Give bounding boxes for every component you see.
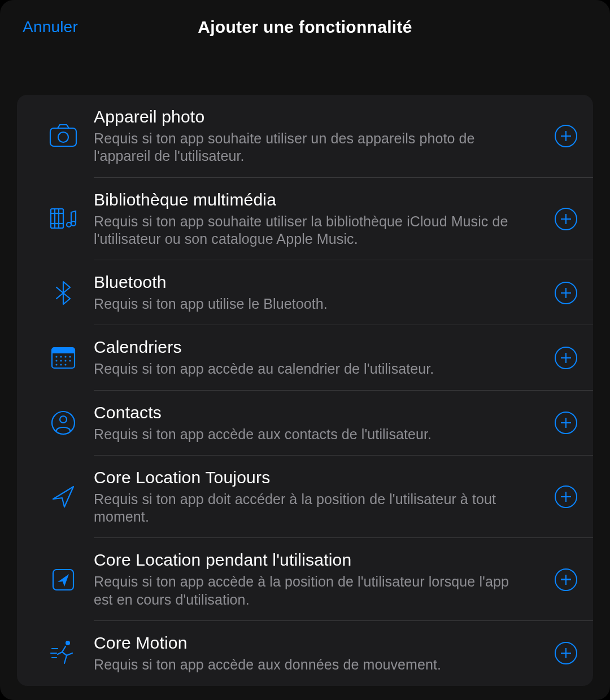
list-item[interactable]: Contacts Requis si ton app accède aux co… bbox=[17, 391, 593, 456]
camera-icon bbox=[25, 121, 94, 151]
svg-point-18 bbox=[64, 360, 66, 361]
media-library-icon bbox=[25, 204, 94, 234]
calendar-icon bbox=[25, 343, 94, 373]
svg-rect-2 bbox=[51, 209, 63, 228]
svg-point-13 bbox=[60, 356, 62, 357]
svg-point-17 bbox=[60, 360, 62, 361]
item-description: Requis si ton app souhaite utiliser un d… bbox=[94, 130, 523, 165]
svg-point-26 bbox=[66, 641, 70, 645]
svg-point-14 bbox=[64, 356, 66, 357]
svg-point-22 bbox=[64, 364, 66, 365]
item-title: Core Motion bbox=[94, 633, 544, 653]
item-title: Core Location pendant l'utilisation bbox=[94, 550, 544, 570]
location-box-icon bbox=[25, 565, 94, 594]
add-button[interactable] bbox=[555, 282, 577, 304]
item-description: Requis si ton app accède au calendrier d… bbox=[94, 360, 523, 378]
list-item[interactable]: Bluetooth Requis si ton app utilise le B… bbox=[17, 260, 593, 325]
list-item[interactable]: Core Location pendant l'utilisation Requ… bbox=[17, 538, 593, 621]
svg-point-24 bbox=[60, 416, 67, 423]
cancel-button[interactable]: Annuler bbox=[23, 18, 78, 36]
add-button[interactable] bbox=[555, 412, 577, 434]
svg-rect-0 bbox=[50, 128, 76, 146]
bluetooth-icon bbox=[25, 278, 94, 308]
modal-header: Annuler Ajouter une fonctionnalité bbox=[0, 10, 610, 44]
page-title: Ajouter une fonctionnalité bbox=[198, 18, 412, 37]
svg-point-1 bbox=[58, 132, 68, 142]
location-arrow-icon bbox=[25, 482, 94, 511]
motion-icon bbox=[25, 638, 94, 668]
item-description: Requis si ton app souhaite utiliser la b… bbox=[94, 213, 523, 248]
item-title: Contacts bbox=[94, 403, 544, 422]
svg-point-12 bbox=[55, 356, 57, 357]
list-item[interactable]: Bibliothèque multimédia Requis si ton ap… bbox=[17, 178, 593, 261]
add-button[interactable] bbox=[555, 208, 577, 230]
svg-point-21 bbox=[60, 364, 62, 365]
item-description: Requis si ton app accède aux données de … bbox=[94, 656, 523, 673]
list-item[interactable]: Core Location Toujours Requis si ton app… bbox=[17, 456, 593, 539]
contacts-icon bbox=[25, 408, 94, 438]
svg-point-19 bbox=[69, 360, 71, 361]
list-item[interactable]: Core Motion Requis si ton app accède aux… bbox=[17, 621, 593, 686]
svg-point-7 bbox=[71, 221, 76, 226]
item-title: Bluetooth bbox=[94, 273, 544, 292]
add-button[interactable] bbox=[555, 347, 577, 369]
list-item[interactable]: Appareil photo Requis si ton app souhait… bbox=[17, 95, 593, 178]
item-title: Appareil photo bbox=[94, 107, 544, 126]
svg-point-20 bbox=[55, 364, 57, 365]
item-description: Requis si ton app accède à la position d… bbox=[94, 573, 523, 609]
add-button[interactable] bbox=[555, 642, 577, 664]
capability-list: Appareil photo Requis si ton app souhait… bbox=[17, 95, 593, 686]
svg-point-15 bbox=[69, 356, 71, 357]
item-title: Bibliothèque multimédia bbox=[94, 190, 544, 209]
item-description: Requis si ton app doit accéder à la posi… bbox=[94, 491, 523, 526]
add-button[interactable] bbox=[555, 125, 577, 147]
item-title: Core Location Toujours bbox=[94, 468, 544, 487]
item-title: Calendriers bbox=[94, 338, 544, 357]
add-button[interactable] bbox=[555, 568, 577, 591]
svg-point-16 bbox=[55, 360, 57, 361]
item-description: Requis si ton app accède aux contacts de… bbox=[94, 426, 523, 443]
item-description: Requis si ton app utilise le Bluetooth. bbox=[94, 295, 523, 313]
list-item[interactable]: Calendriers Requis si ton app accède au … bbox=[17, 325, 593, 390]
add-button[interactable] bbox=[555, 485, 577, 508]
